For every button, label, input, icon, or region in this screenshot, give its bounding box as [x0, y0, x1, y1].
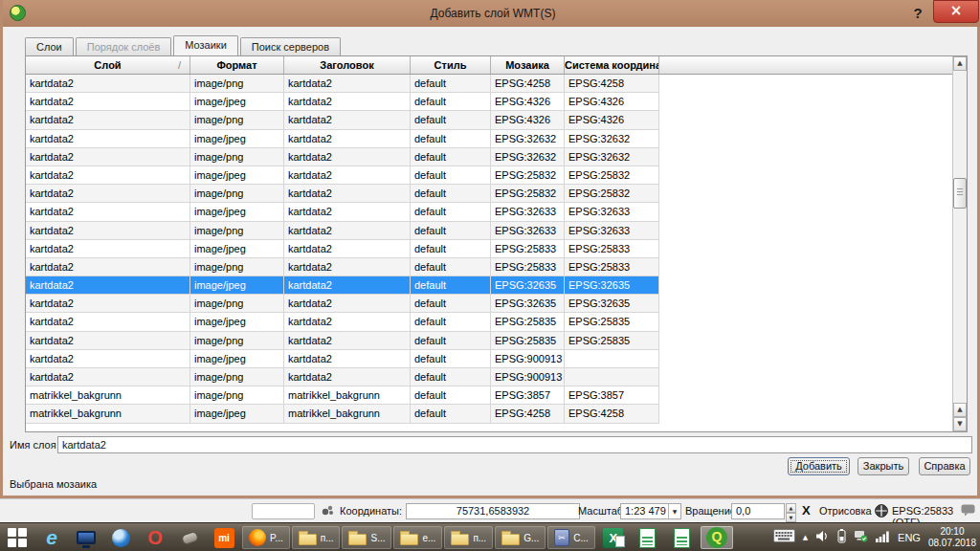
table-row[interactable]: kartdata2image/jpegkartdata2defaultEPSG:…: [26, 313, 659, 331]
table-header[interactable]: Слой/ФорматЗаголовокСтильМозаикаСистема …: [26, 56, 967, 75]
layer-name-input[interactable]: kartdata2: [57, 436, 972, 453]
table-row[interactable]: kartdata2image/jpegkartdata2defaultEPSG:…: [26, 166, 659, 185]
keyboard-icon[interactable]: [773, 529, 795, 546]
table-cell: EPSG:32632: [491, 130, 565, 148]
display-app[interactable]: [70, 524, 102, 551]
language-indicator[interactable]: ENG: [898, 532, 921, 543]
table-cell: EPSG:32632: [565, 148, 659, 166]
folder-window[interactable]: e...: [393, 526, 442, 549]
close-icon[interactable]: ×: [933, 0, 979, 23]
utility-app[interactable]: [173, 524, 206, 551]
table-cell: default: [411, 148, 491, 166]
column-header[interactable]: Стиль: [411, 56, 491, 74]
table-cell: image/png: [190, 332, 284, 350]
message-bubble-icon[interactable]: [961, 504, 975, 518]
table-cell: default: [411, 386, 491, 405]
table-row[interactable]: kartdata2image/pngkartdata2defaultEPSG:4…: [26, 75, 659, 93]
add-button[interactable]: Добавить: [788, 457, 850, 475]
thunderbird[interactable]: [104, 524, 137, 551]
table-row[interactable]: kartdata2image/jpegkartdata2defaultEPSG:…: [26, 93, 659, 111]
crs-icon[interactable]: [875, 504, 888, 519]
folder-window[interactable]: S...: [342, 526, 391, 549]
table-row[interactable]: kartdata2image/pngkartdata2defaultEPSG:2…: [26, 258, 659, 276]
scale-combobox[interactable]: 1:23 479 ▼: [620, 503, 681, 519]
dialog-titlebar[interactable]: Добавить слой WMT(S) ? ×: [3, 0, 980, 27]
table-row[interactable]: kartdata2image/jpegkartdata2defaultEPSG:…: [26, 203, 659, 221]
folder-window[interactable]: п...: [444, 526, 493, 549]
scroll-up-icon[interactable]: ▲: [953, 56, 967, 71]
qgis-window[interactable]: Q: [701, 526, 733, 549]
chevron-down-icon[interactable]: ▼: [668, 504, 680, 518]
internet-explorer[interactable]: e: [35, 524, 68, 551]
table-row[interactable]: matrikkel_bakgrunnimage/pngmatrikkel_bak…: [26, 386, 659, 405]
table-cell: kartdata2: [284, 148, 411, 166]
tab-Поиск серверов[interactable]: Поиск серверов: [240, 37, 341, 55]
table-row[interactable]: kartdata2image/pngkartdata2defaultEPSG:2…: [26, 332, 659, 350]
table-cell: kartdata2: [284, 313, 411, 331]
calc-icon: [674, 528, 690, 548]
signal-icon[interactable]: [876, 529, 890, 546]
dialog-status-text: Выбрана мозаика: [10, 478, 97, 490]
folder-window[interactable]: п...: [292, 526, 341, 549]
column-header[interactable]: Формат: [190, 56, 284, 74]
rotation-spinner-arrows[interactable]: ▲▼: [786, 503, 796, 519]
table-cell: EPSG:900913: [491, 350, 565, 368]
table-cell: image/jpeg: [190, 240, 284, 258]
render-checkbox[interactable]: X: [802, 503, 811, 518]
start-button[interactable]: [1, 524, 33, 551]
table-cell: kartdata2: [284, 203, 411, 221]
opera[interactable]: O: [139, 524, 171, 551]
table-cell: default: [411, 111, 491, 129]
table-row[interactable]: kartdata2image/pngkartdata2defaultEPSG:3…: [26, 148, 659, 166]
table-cell: EPSG:4258: [565, 75, 659, 93]
tracking-icon[interactable]: [321, 504, 334, 519]
scroll-down-icon[interactable]: ▼: [953, 417, 967, 431]
table-row[interactable]: kartdata2image/jpegkartdata2defaultEPSG:…: [26, 130, 659, 148]
table-row[interactable]: kartdata2image/pngkartdata2defaultEPSG:2…: [26, 185, 659, 203]
folder-icon: [348, 531, 367, 545]
table-row[interactable]: matrikkel_bakgrunnimage/jpegmatrikkel_ba…: [26, 405, 659, 423]
table-cell: image/jpeg: [190, 130, 284, 148]
coordinates-input[interactable]: 75731,6583932: [406, 503, 580, 519]
table-row[interactable]: kartdata2image/pngkartdata2defaultEPSG:3…: [26, 222, 659, 240]
table-cell: kartdata2: [26, 185, 190, 203]
table-cell: default: [411, 295, 491, 313]
firefox-window[interactable]: P...: [242, 526, 290, 549]
clock[interactable]: 20:10 08.07.2018: [928, 526, 976, 550]
table-row[interactable]: kartdata2image/jpegkartdata2defaultEPSG:…: [26, 350, 659, 368]
taskbar-item-label: G...: [523, 533, 539, 543]
table-row[interactable]: kartdata2image/pngkartdata2defaultEPSG:3…: [26, 295, 659, 313]
scrollbar-thumb[interactable]: [953, 178, 967, 209]
volume-icon[interactable]: [815, 529, 830, 546]
scroll-up2-icon[interactable]: ▲: [953, 403, 967, 417]
column-header[interactable]: Заголовок: [284, 56, 411, 74]
tray-expand-icon[interactable]: ▲: [803, 534, 808, 541]
table-row[interactable]: kartdata2image/jpegkartdata2defaultEPSG:…: [26, 276, 659, 295]
help-button[interactable]: Справка: [919, 457, 970, 475]
excel[interactable]: X: [597, 524, 630, 551]
tab-Мозаики[interactable]: Мозаики: [173, 35, 238, 55]
rotation-spinner[interactable]: 0,0: [731, 503, 785, 519]
table-cell: default: [411, 222, 491, 240]
battery-icon[interactable]: [837, 529, 846, 547]
table-cell: EPSG:25832: [565, 185, 659, 203]
archive-window[interactable]: C...: [547, 526, 595, 549]
table-cell: EPSG:25832: [565, 166, 659, 185]
column-header[interactable]: Слой/: [26, 56, 190, 74]
network-icon[interactable]: [854, 529, 868, 546]
table-row[interactable]: kartdata2image/pngkartdata2defaultEPSG:9…: [26, 368, 659, 386]
close-button[interactable]: Закрыть: [858, 457, 909, 475]
calc-window[interactable]: [666, 524, 699, 551]
folder-window[interactable]: G...: [495, 526, 546, 549]
table-row[interactable]: kartdata2image/jpegkartdata2defaultEPSG:…: [26, 240, 659, 258]
header-filler: [659, 56, 967, 74]
vertical-scrollbar[interactable]: ▲ ▲ ▼: [952, 56, 967, 431]
calc-window[interactable]: [632, 524, 664, 551]
column-header[interactable]: Мозаика: [491, 56, 565, 74]
column-header[interactable]: Система координат: [565, 56, 659, 74]
tab-Слои[interactable]: Слои: [25, 37, 74, 55]
help-icon[interactable]: ?: [908, 3, 927, 24]
table-row[interactable]: kartdata2image/pngkartdata2defaultEPSG:4…: [26, 111, 659, 129]
table-cell: image/jpeg: [190, 350, 284, 368]
mi-app[interactable]: mi: [208, 524, 240, 551]
